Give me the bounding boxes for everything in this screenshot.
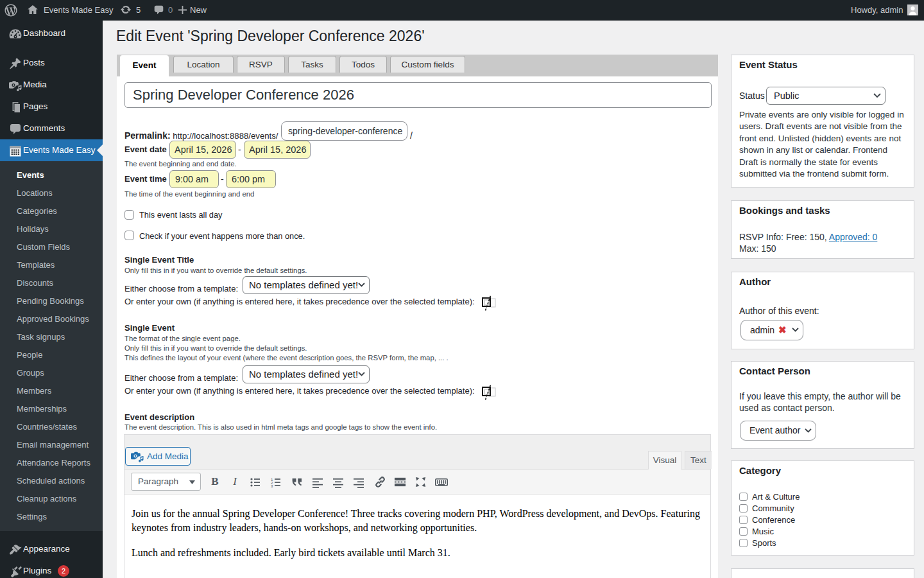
svg-text:3: 3 [271, 484, 273, 487]
